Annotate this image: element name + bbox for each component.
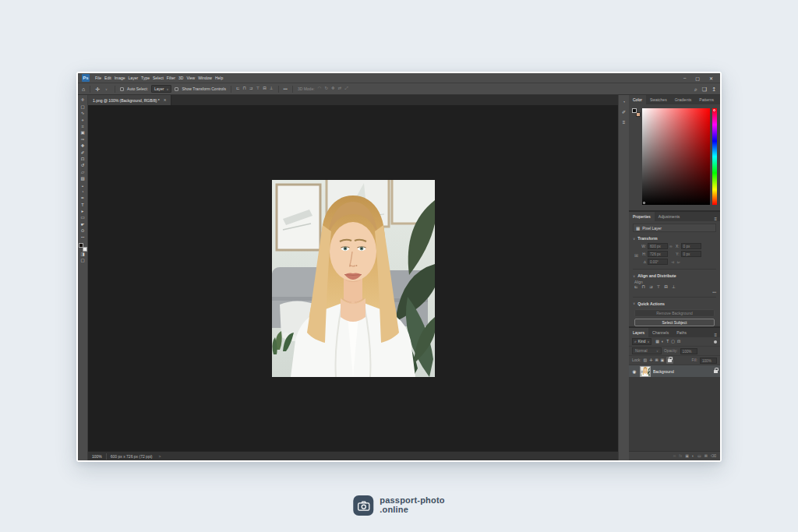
filter-pixel-layers-icon[interactable]: ▦ (655, 340, 659, 344)
move-tool-icon[interactable]: ✛ (95, 86, 100, 92)
menu-file[interactable]: File (95, 76, 101, 80)
menu-3d[interactable]: 3D (178, 76, 183, 80)
object-selection-tool[interactable]: ⌖ (78, 117, 88, 123)
lock-all-button[interactable] (666, 357, 673, 364)
dodge-tool[interactable]: ◔ (78, 188, 88, 195)
filter-toggle[interactable] (714, 340, 717, 344)
align-top-icon[interactable]: ⊤ (657, 285, 661, 290)
tab-adjustments[interactable]: Adjustments (655, 212, 684, 221)
eraser-tool[interactable]: ▱ (78, 169, 88, 175)
flip-vertical-icon[interactable]: ▻ (677, 259, 680, 264)
lasso-tool[interactable]: ∿ (78, 111, 88, 117)
menu-type[interactable]: Type (141, 76, 150, 80)
saturation-brightness-field[interactable] (642, 108, 710, 205)
layer-mask-icon[interactable]: ▣ (685, 454, 689, 458)
new-layer-icon[interactable]: ⊞ (704, 454, 708, 458)
y-field[interactable]: 0 px (681, 251, 701, 257)
brush-tool[interactable]: ✐ (78, 150, 88, 156)
x-field[interactable]: 0 px (681, 243, 701, 249)
menu-image[interactable]: Image (115, 76, 125, 80)
color-swatch-pair[interactable] (632, 108, 641, 117)
align-right-icon[interactable]: ⊐ (649, 285, 653, 290)
workspace-icon[interactable]: ❏ (702, 86, 707, 92)
gradient-tool[interactable]: ▧ (78, 176, 88, 182)
align-center-vertical-icon[interactable]: ⊟ (664, 285, 668, 290)
minimize-button[interactable]: – (680, 76, 689, 80)
menu-edit[interactable]: Edit (104, 76, 111, 80)
align-more-icon[interactable]: ••• (633, 291, 716, 294)
canvas-area[interactable] (88, 105, 618, 451)
align-middle-icon[interactable]: ⊟ (263, 86, 267, 91)
layer-row-background[interactable]: ◉ Background (629, 365, 720, 378)
tool-preset-caret-icon[interactable]: ∨ (105, 87, 108, 91)
align-center-icon[interactable]: ⊓ (243, 86, 246, 91)
zoom-tool[interactable]: ⊙ (78, 228, 88, 234)
pen-tool[interactable]: ✒ (78, 196, 88, 202)
blend-mode-dropdown[interactable]: Normal ∨ (632, 347, 662, 354)
select-subject-button[interactable]: Select Subject (634, 319, 715, 326)
lock-position-icon[interactable]: ✛ (649, 358, 652, 362)
align-section-header[interactable]: ∨ Align and Distribute (633, 272, 716, 280)
layer-thumbnail[interactable] (640, 366, 651, 377)
flip-horizontal-icon[interactable]: ◅ (671, 259, 674, 264)
link-dimensions-icon[interactable]: ∞ (669, 244, 673, 248)
lock-transparency-icon[interactable]: ▨ (643, 358, 647, 362)
menu-filter[interactable]: Filter (167, 76, 175, 80)
share-icon[interactable]: ↥ (711, 86, 716, 92)
delete-layer-icon[interactable]: ⌫ (711, 454, 716, 458)
tab-properties[interactable]: Properties (629, 212, 655, 221)
type-tool[interactable]: T (78, 202, 88, 208)
tab-color[interactable]: Color (629, 95, 646, 104)
opacity-field[interactable]: 100% (680, 348, 697, 354)
color-sample-marker[interactable] (643, 202, 645, 204)
tab-channels[interactable]: Channels (648, 328, 673, 337)
zoom-level[interactable]: 100% (92, 454, 102, 459)
healing-brush-tool[interactable]: ✚ (78, 143, 88, 150)
lock-image-icon[interactable]: ▣ (661, 358, 665, 362)
hue-slider[interactable] (712, 108, 717, 205)
edit-toolbar-icon[interactable]: ••• (78, 234, 88, 241)
screen-mode-icon[interactable]: ▢ (78, 258, 88, 264)
layer-group-icon[interactable]: ▭ (697, 454, 701, 458)
menu-help[interactable]: Help (215, 76, 223, 80)
hue-marker[interactable] (713, 109, 715, 111)
filter-smart-objects-icon[interactable]: ⊡ (677, 340, 680, 344)
frame-tool[interactable]: ▣ (78, 130, 88, 136)
foreground-color-swatch[interactable] (79, 243, 83, 248)
foreground-background-swatches[interactable] (79, 243, 87, 252)
path-selection-tool[interactable]: ▸ (78, 209, 88, 215)
height-field[interactable]: 726 px (648, 251, 668, 257)
brushes-icon[interactable]: ✐ (622, 110, 626, 115)
filter-adjustment-layers-icon[interactable]: ◐ (662, 340, 664, 344)
tab-patterns[interactable]: Patterns (695, 95, 718, 104)
angle-field[interactable]: 0.00° (648, 259, 668, 265)
tab-gradients[interactable]: Gradients (671, 95, 696, 104)
adjustment-layer-icon[interactable]: ◐ (692, 454, 694, 458)
align-top-icon[interactable]: ⊤ (256, 86, 260, 91)
align-left-icon[interactable]: ⊏ (634, 285, 638, 290)
crop-tool[interactable]: ⌗ (78, 124, 88, 130)
tab-close-icon[interactable]: ✕ (164, 98, 167, 102)
filter-shape-layers-icon[interactable]: ▢ (671, 340, 675, 344)
menu-window[interactable]: Window (198, 76, 212, 80)
layer-filter-dropdown[interactable]: ⌕ Kind ∨ (632, 338, 651, 345)
tab-paths[interactable]: Paths (673, 328, 690, 337)
remove-background-button[interactable]: Remove Background (634, 309, 715, 317)
align-center-horizontal-icon[interactable]: ⊓ (642, 285, 645, 290)
close-button[interactable]: ✕ (706, 76, 716, 81)
blur-tool[interactable]: ◒ (78, 182, 88, 188)
menu-layer[interactable]: Layer (129, 76, 139, 80)
quick-actions-header[interactable]: ∨ Quick Actions (633, 300, 716, 308)
show-transform-checkbox[interactable] (175, 87, 178, 91)
filter-type-layers-icon[interactable]: T (666, 340, 669, 344)
maximize-button[interactable]: ▢ (692, 76, 703, 81)
tab-swatches[interactable]: Swatches (646, 95, 671, 104)
move-tool[interactable]: ✛ (78, 97, 88, 104)
more-options-icon[interactable]: ••• (284, 86, 288, 91)
document-tab[interactable]: 1.png @ 100% (Background, RGB/8) * ✕ (88, 95, 171, 105)
hand-tool[interactable]: ☛ (78, 221, 88, 227)
foreground-color-swatch[interactable] (632, 108, 637, 113)
home-icon[interactable]: ⌂ (82, 86, 85, 92)
align-right-icon[interactable]: ⊐ (249, 86, 253, 91)
history-brush-tool[interactable]: ↺ (78, 163, 88, 169)
